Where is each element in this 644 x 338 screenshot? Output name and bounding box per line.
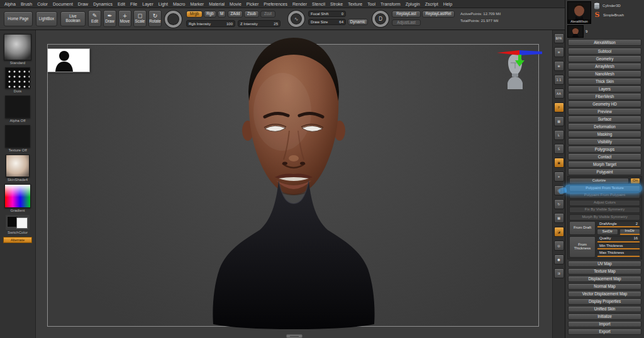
draft-angle-slider[interactable]: DraftAngle 2: [597, 221, 640, 227]
menu-item[interactable]: Dynamics: [93, 2, 113, 6]
shelf-toggle-icon[interactable]: ▦: [554, 116, 564, 126]
palette-section[interactable]: ArrayMesh: [568, 63, 641, 70]
palette-section[interactable]: Subtool: [568, 48, 641, 55]
draw-size-slider[interactable]: Draw Size 64: [308, 19, 346, 25]
menu-item[interactable]: Layer: [142, 2, 153, 6]
silhouette-thumbnail[interactable]: [47, 48, 90, 72]
lightbox-button[interactable]: LightBox: [36, 11, 57, 26]
menu-item[interactable]: Stroke: [330, 2, 343, 6]
dots-stroke-icon[interactable]: [5, 67, 30, 89]
shelf-toggle-icon[interactable]: ↻: [554, 199, 564, 209]
palette-section[interactable]: Morph Target: [568, 161, 641, 168]
menu-item[interactable]: Zscript: [425, 2, 438, 6]
menu-item[interactable]: Material: [209, 2, 225, 6]
replay-circle-icon[interactable]: D: [372, 11, 389, 27]
palette-section[interactable]: Surface: [568, 116, 641, 123]
palette-section[interactable]: Import: [568, 321, 641, 328]
palette-section[interactable]: Export: [568, 329, 641, 335]
menu-item[interactable]: File: [130, 2, 137, 6]
palette-section[interactable]: Texture Map: [568, 268, 641, 275]
stroke-selector[interactable]: Dots: [5, 67, 30, 93]
mode-button[interactable]: ✒ Draw: [103, 10, 116, 27]
mode-button[interactable]: ◻ Scale: [133, 10, 147, 27]
rgb-button[interactable]: Rgb: [204, 11, 216, 18]
zadd-button[interactable]: ZAdd: [228, 11, 243, 18]
zsub-button[interactable]: Zsub: [244, 11, 259, 18]
menu-item[interactable]: Transform: [380, 2, 401, 6]
z-intensity-slider[interactable]: Z Intensity 25: [238, 20, 280, 27]
palette-section[interactable]: Normal Map: [568, 283, 641, 290]
mode-button[interactable]: ↻ Rotate: [148, 10, 162, 27]
shelf-toggle-icon[interactable]: ◻: [554, 185, 564, 195]
from-thickness-button[interactable]: From Thickness: [569, 236, 596, 258]
palette-section[interactable]: Geometry HD: [568, 101, 641, 107]
shelf-toggle-icon[interactable]: P: [554, 102, 564, 112]
menu-item[interactable]: Light: [158, 2, 168, 6]
palette-section[interactable]: NanoMesh: [568, 70, 641, 77]
palette-section[interactable]: Geometry: [568, 55, 641, 62]
mode-button[interactable]: ✎ Edit: [88, 10, 101, 27]
from-draft-button[interactable]: From Draft: [569, 221, 596, 235]
menu-item[interactable]: Document: [53, 2, 73, 6]
palette-section[interactable]: Masking: [568, 131, 641, 138]
brush-selector[interactable]: Standard: [4, 34, 31, 65]
shelf-toggle-icon[interactable]: ●: [554, 254, 564, 264]
focal-shift-curve-icon[interactable]: ∿: [288, 11, 304, 27]
menu-item[interactable]: Macro: [173, 2, 185, 6]
tool-slot-cylinder[interactable]: Cylinder3D: [593, 2, 624, 9]
max-thickness-slider[interactable]: Max Thickness: [597, 251, 640, 257]
gradient-color-picker-icon[interactable]: [4, 184, 31, 208]
colorize-button[interactable]: Colorize: [569, 178, 629, 184]
alternate-button[interactable]: Alternate: [3, 237, 32, 243]
shelf-toggle-icon[interactable]: BPR: [554, 33, 564, 43]
menu-item[interactable]: Preferences: [264, 2, 287, 6]
palette-section[interactable]: Initialize: [568, 313, 641, 320]
quality-slider[interactable]: Quality 16: [597, 236, 640, 243]
colorize-on-button[interactable]: On: [630, 178, 640, 184]
menu-item[interactable]: Color: [37, 2, 48, 6]
shelf-toggle-icon[interactable]: 1:1: [554, 75, 564, 85]
menu-item[interactable]: Alpha: [4, 2, 16, 6]
menu-item[interactable]: Brush: [21, 2, 32, 6]
focal-shift-slider[interactable]: Focal Shift 0: [308, 11, 346, 17]
palette-section[interactable]: UV Map: [568, 261, 641, 268]
shelf-toggle-icon[interactable]: +: [554, 172, 564, 182]
menu-item[interactable]: Stencil: [312, 2, 325, 6]
menu-item[interactable]: Help: [443, 2, 452, 6]
palette-section[interactable]: Polygroups: [568, 146, 641, 153]
palette-section[interactable]: Display Properties: [568, 298, 641, 305]
palette-section[interactable]: Visibility: [568, 138, 641, 145]
menu-item[interactable]: Texture: [348, 2, 362, 6]
palette-section[interactable]: Vector Displacement Map: [568, 291, 641, 298]
palette-section[interactable]: Preview: [568, 108, 641, 115]
home-page-button[interactable]: Home Page: [4, 11, 33, 26]
palette-section[interactable]: Layers: [568, 85, 641, 92]
setdir-button[interactable]: SetDir: [597, 229, 618, 235]
replay-last-rel-button[interactable]: ReplayLastRel: [422, 11, 455, 18]
shelf-toggle-icon[interactable]: ▣: [554, 158, 564, 168]
quick-pick-thumbnail[interactable]: [567, 25, 584, 38]
alpha-selector[interactable]: Alpha Off: [5, 95, 30, 123]
shelf-toggle-icon[interactable]: ◎: [554, 241, 564, 251]
shelf-toggle-icon[interactable]: ⇉: [554, 268, 564, 278]
color-picker[interactable]: Gradient: [4, 184, 31, 212]
menu-item[interactable]: Draw: [78, 2, 88, 6]
menu-item[interactable]: Movie: [230, 2, 242, 6]
material-selector[interactable]: SkinShade4: [6, 155, 30, 182]
m-button[interactable]: M: [218, 11, 226, 18]
shelf-toggle-icon[interactable]: ◪: [554, 227, 564, 237]
palette-section[interactable]: Thick Skin: [568, 78, 641, 85]
mrgb-button[interactable]: Mrgb: [186, 11, 203, 18]
palette-section[interactable]: Unified Skin: [568, 306, 641, 313]
palette-section[interactable]: Displacement Map: [568, 276, 641, 283]
polypaint-from-texture-button[interactable]: Polypaint From Texture: [569, 185, 640, 192]
canvas-scroll-handle[interactable]: [286, 334, 303, 338]
menu-item[interactable]: Edit: [118, 2, 125, 6]
shelf-toggle-icon[interactable]: L: [554, 130, 564, 140]
menu-item[interactable]: Render: [292, 2, 307, 6]
alpha-off-icon[interactable]: [5, 95, 30, 118]
palette-section[interactable]: Polypaint: [568, 168, 641, 175]
menu-item[interactable]: Marker: [190, 2, 204, 6]
palette-section[interactable]: Deformation: [568, 123, 641, 130]
shelf-toggle-icon[interactable]: S: [554, 144, 564, 154]
